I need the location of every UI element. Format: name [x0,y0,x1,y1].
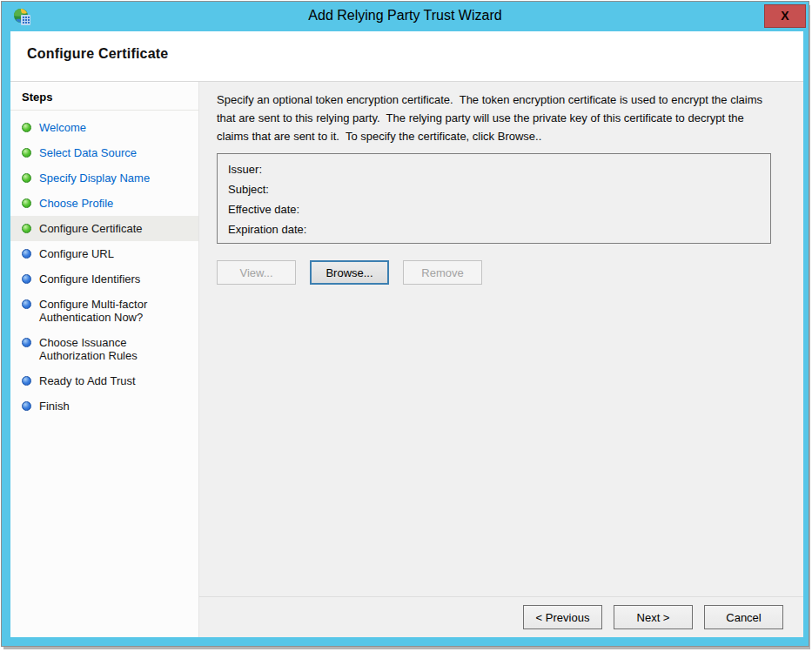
main-pane: Specify an optional token encryption cer… [199,82,803,637]
certificate-actions: View... Browse... Remove [217,260,775,285]
view-button: View... [217,260,296,285]
page-header: Configure Certificate [10,31,803,82]
step-choose-issuance-authorization-rules: Choose Issuance Authorization Rules [10,330,198,368]
upcoming-bullet-icon [22,401,31,411]
certificate-effective-date-label: Effective date: [228,199,760,219]
steps-heading: Steps [10,87,198,111]
upcoming-bullet-icon [22,249,31,259]
remove-button: Remove [403,260,482,285]
next-button[interactable]: Next > [614,605,693,629]
step-ready-to-add-trust: Ready to Add Trust [10,368,198,393]
step-configure-certificate[interactable]: Configure Certificate [10,216,198,241]
steps-list: Welcome Select Data Source Specify Displ… [10,111,198,419]
certificate-expiration-date-label: Expiration date: [228,219,760,239]
completed-bullet-icon [22,224,31,233]
step-specify-display-name[interactable]: Specify Display Name [10,165,198,191]
upcoming-bullet-icon [22,274,31,284]
wizard-footer: < Previous Next > Cancel [199,596,803,637]
upcoming-bullet-icon [22,338,31,347]
previous-button[interactable]: < Previous [523,605,602,629]
upcoming-bullet-icon [22,376,31,386]
step-choose-profile[interactable]: Choose Profile [10,191,198,216]
completed-bullet-icon [22,173,31,183]
step-configure-multi-factor-authentication-now: Configure Multi-factor Authentication No… [10,292,198,330]
cancel-button[interactable]: Cancel [704,605,783,629]
completed-bullet-icon [22,198,31,208]
step-welcome[interactable]: Welcome [10,115,198,140]
close-button[interactable]: X [764,4,806,28]
completed-bullet-icon [22,148,31,158]
page-description: Specify an optional token encryption cer… [217,91,775,145]
window-title: Add Relying Party Trust Wizard [2,8,809,24]
certificate-details-box: Issuer: Subject: Effective date: Expirat… [217,153,771,244]
step-finish: Finish [10,393,198,419]
upcoming-bullet-icon [22,299,31,309]
steps-sidebar: Steps Welcome Select Data Source Specify… [10,82,199,637]
certificate-issuer-label: Issuer: [228,159,760,179]
step-configure-identifiers: Configure Identifiers [10,266,198,292]
browse-button[interactable]: Browse... [310,260,389,285]
page-title: Configure Certificate [27,46,803,62]
completed-bullet-icon [22,123,31,132]
step-configure-url: Configure URL [10,241,198,266]
step-select-data-source[interactable]: Select Data Source [10,140,198,165]
content-spacer [217,285,775,596]
wizard-window: Add Relying Party Trust Wizard X Configu… [1,1,809,647]
certificate-subject-label: Subject: [228,179,760,199]
window-body: Configure Certificate Steps Welcome Sele… [10,31,803,637]
title-bar[interactable]: Add Relying Party Trust Wizard X [2,2,809,31]
